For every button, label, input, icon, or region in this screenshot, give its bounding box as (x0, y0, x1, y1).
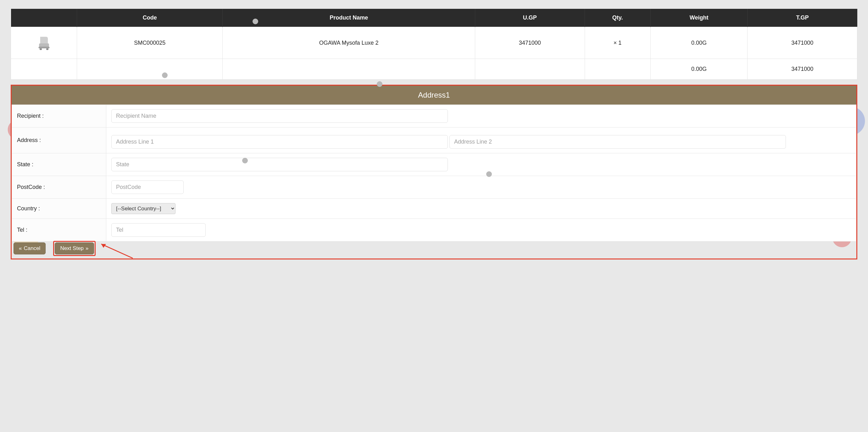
cancel-button[interactable]: « Cancel (13, 242, 45, 254)
chevron-right-double-icon: » (86, 245, 88, 252)
annotation-dot (252, 19, 258, 24)
address-section-title: Address1 (12, 86, 856, 105)
cell-product-name: OGAWA Mysofa Luxe 2 (223, 27, 475, 59)
state-input[interactable] (111, 158, 448, 171)
massage-chair-icon (35, 34, 53, 52)
label-address: Address : (12, 127, 106, 153)
cell-code: SMC000025 (77, 27, 223, 59)
col-product-name: Product Name (223, 9, 475, 27)
cancel-button-label: Cancel (24, 245, 40, 252)
col-weight: Weight (650, 9, 748, 27)
col-qty: Qty. (585, 9, 650, 27)
annotation-dot (162, 73, 167, 78)
cell-weight: 0.00G (650, 27, 748, 59)
cell-tgp: 3471000 (748, 27, 857, 59)
label-postcode: PostCode : (12, 176, 106, 199)
svg-rect-3 (46, 49, 49, 50)
col-image (11, 9, 77, 27)
annotation-arrow-icon (97, 241, 134, 260)
table-totals-row: 0.00G 3471000 (11, 59, 857, 80)
annotation-dot (486, 171, 492, 177)
col-code: Code (77, 9, 223, 27)
postcode-input[interactable] (111, 180, 184, 194)
table-row: SMC000025 OGAWA Mysofa Luxe 2 3471000 × … (11, 27, 857, 59)
next-step-button-label: Next Step (60, 245, 84, 252)
svg-marker-5 (101, 244, 106, 248)
annotation-dot (242, 158, 248, 164)
svg-rect-2 (40, 49, 42, 50)
label-tel: Tel : (12, 219, 106, 241)
address-line2-input[interactable] (450, 135, 786, 149)
label-state: State : (12, 153, 106, 176)
total-weight: 0.00G (650, 59, 748, 80)
country-select[interactable]: [--Select Country--] (111, 203, 176, 214)
address-section-highlight: Address1 Recipient : Address : State : (11, 85, 857, 259)
label-recipient: Recipient : (12, 105, 106, 127)
form-button-row: « Cancel Next Step » (13, 241, 96, 256)
svg-rect-0 (39, 44, 49, 47)
total-tgp: 3471000 (748, 59, 857, 80)
cell-qty: × 1 (585, 27, 650, 59)
product-image-cell (11, 27, 77, 59)
svg-rect-1 (38, 47, 50, 48)
next-step-button[interactable]: Next Step » (55, 242, 94, 254)
recipient-input[interactable] (111, 109, 448, 123)
annotation-dot (377, 81, 382, 87)
product-table: Code Product Name U.GP Qty. Weight T.GP (11, 9, 857, 80)
next-step-highlight: Next Step » (53, 241, 95, 256)
address-form: Recipient : Address : State : PostCo (12, 105, 856, 241)
col-tgp: T.GP (748, 9, 857, 27)
chevron-left-double-icon: « (19, 245, 22, 252)
cell-ugp: 3471000 (475, 27, 585, 59)
address-line1-input[interactable] (111, 135, 448, 149)
svg-line-4 (101, 244, 133, 258)
col-ugp: U.GP (475, 9, 585, 27)
label-country: Country : (12, 199, 106, 219)
tel-input[interactable] (111, 223, 206, 237)
